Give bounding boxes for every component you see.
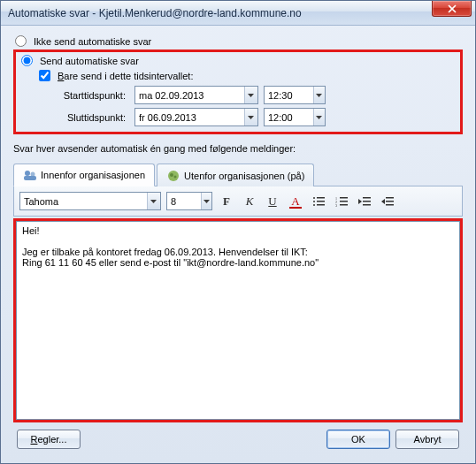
start-time-combo[interactable] bbox=[264, 86, 326, 104]
chevron-down-icon[interactable] bbox=[201, 193, 211, 209]
cancel-button[interactable]: Avbryt bbox=[395, 430, 459, 449]
end-time-input[interactable] bbox=[265, 110, 313, 125]
interval-checkbox[interactable] bbox=[39, 70, 50, 81]
format-toolbar: F K U A 123 bbox=[13, 186, 463, 217]
editor-highlight: Hei! Jeg er tilbake på kontoret fredag 0… bbox=[13, 218, 463, 422]
end-row: Sluttidspunkt: bbox=[46, 108, 457, 126]
chevron-down-icon[interactable] bbox=[244, 87, 257, 103]
send-settings-highlight: Send automatiske svar Bare send i dette … bbox=[13, 49, 463, 134]
size-combo[interactable] bbox=[166, 192, 212, 210]
chevron-down-icon[interactable] bbox=[147, 193, 160, 209]
svg-rect-21 bbox=[386, 197, 394, 199]
ok-button[interactable]: OK bbox=[326, 430, 390, 449]
bullet-list-button[interactable] bbox=[310, 193, 327, 210]
underline-button[interactable]: U bbox=[264, 193, 281, 210]
chevron-down-icon[interactable] bbox=[313, 87, 325, 103]
svg-rect-22 bbox=[386, 201, 394, 202]
end-time-combo[interactable] bbox=[264, 108, 326, 126]
close-button[interactable] bbox=[432, 1, 472, 17]
svg-rect-19 bbox=[363, 201, 371, 202]
svg-point-10 bbox=[313, 204, 315, 206]
indent-button[interactable] bbox=[379, 193, 396, 210]
svg-point-1 bbox=[31, 172, 35, 177]
tab-inside-org[interactable]: Innenfor organisasjonen bbox=[13, 164, 155, 186]
svg-rect-11 bbox=[317, 204, 325, 206]
people-icon bbox=[23, 168, 37, 182]
italic-button[interactable]: K bbox=[241, 193, 258, 210]
svg-rect-7 bbox=[317, 197, 325, 199]
tab-inside-label: Innenfor organisasjonen bbox=[41, 170, 145, 180]
font-combo[interactable] bbox=[19, 192, 161, 210]
button-bar: Regler... OK Avbryt bbox=[13, 422, 463, 454]
message-editor[interactable]: Hei! Jeg er tilbake på kontoret fredag 0… bbox=[16, 221, 460, 420]
svg-point-6 bbox=[313, 197, 315, 199]
outdent-button[interactable] bbox=[356, 193, 373, 210]
start-row: Starttidspunkt: bbox=[46, 86, 457, 104]
end-date-input[interactable] bbox=[135, 110, 244, 125]
radio-dont-send-label: Ikke send automatiske svar bbox=[34, 36, 151, 47]
size-input[interactable] bbox=[167, 194, 201, 209]
globe-people-icon bbox=[166, 169, 180, 183]
titlebar[interactable]: Automatiske svar - Kjetil.Menkerud@nordr… bbox=[1, 1, 475, 26]
window-title: Automatiske svar - Kjetil.Menkerud@nordr… bbox=[8, 7, 302, 19]
svg-rect-13 bbox=[340, 197, 348, 199]
svg-point-3 bbox=[168, 171, 179, 181]
tab-outside-org[interactable]: Utenfor organisasjonen (på) bbox=[157, 164, 314, 186]
rules-button[interactable]: Regler... bbox=[17, 430, 81, 449]
start-date-combo[interactable] bbox=[134, 86, 258, 104]
svg-rect-17 bbox=[340, 204, 348, 206]
svg-rect-15 bbox=[340, 201, 348, 202]
svg-rect-18 bbox=[363, 197, 371, 199]
tab-outside-label: Utenfor organisasjonen (på) bbox=[184, 171, 304, 181]
svg-point-5 bbox=[174, 175, 177, 178]
interval-checkbox-row[interactable]: Bare send i dette tidsintervallet: bbox=[37, 69, 457, 82]
svg-rect-20 bbox=[363, 204, 371, 206]
end-date-combo[interactable] bbox=[134, 108, 258, 126]
start-date-input[interactable] bbox=[135, 88, 244, 103]
svg-text:3: 3 bbox=[335, 203, 337, 207]
svg-rect-23 bbox=[386, 204, 394, 206]
radio-dont-send-input[interactable] bbox=[15, 35, 27, 47]
tabstrip: Innenfor organisasjonen Utenfor organisa… bbox=[13, 163, 463, 186]
font-input[interactable] bbox=[20, 194, 147, 209]
dialog-window: Automatiske svar - Kjetil.Menkerud@nordr… bbox=[0, 0, 476, 464]
svg-rect-9 bbox=[317, 201, 325, 202]
radio-dont-send[interactable]: Ikke send automatiske svar bbox=[13, 34, 463, 48]
numbered-list-button[interactable]: 123 bbox=[333, 193, 350, 210]
radio-send-input[interactable] bbox=[21, 55, 33, 66]
svg-point-8 bbox=[313, 201, 315, 202]
radio-send[interactable]: Send automatiske svar bbox=[19, 54, 457, 67]
start-label: Starttidspunkt: bbox=[46, 90, 126, 101]
svg-point-4 bbox=[170, 173, 173, 177]
font-color-button[interactable]: A bbox=[287, 193, 304, 210]
svg-rect-2 bbox=[24, 176, 36, 180]
instruction-text: Svar hver avsender automatisk én gang me… bbox=[13, 143, 463, 154]
interval-checkbox-label: Bare send i dette tidsintervallet: bbox=[58, 71, 193, 81]
start-time-input[interactable] bbox=[265, 88, 313, 103]
bold-button[interactable]: F bbox=[218, 193, 235, 210]
end-label: Sluttidspunkt: bbox=[46, 112, 126, 123]
chevron-down-icon[interactable] bbox=[244, 109, 257, 126]
chevron-down-icon[interactable] bbox=[313, 109, 325, 126]
svg-point-0 bbox=[25, 171, 30, 176]
radio-send-label: Send automatiske svar bbox=[40, 56, 139, 66]
